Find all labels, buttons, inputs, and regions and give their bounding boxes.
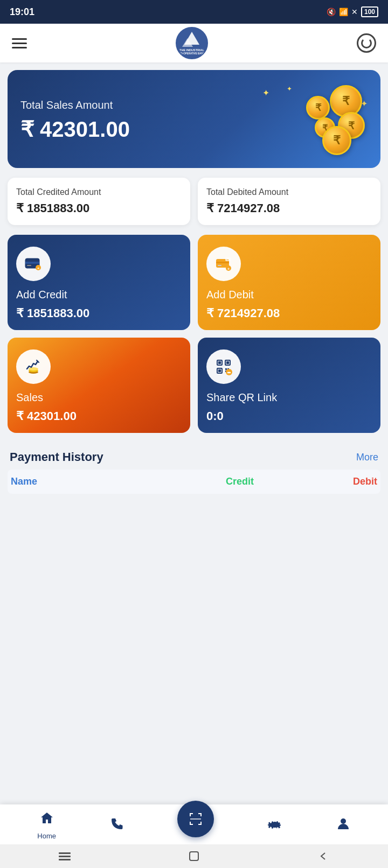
android-back-btn[interactable] — [316, 849, 331, 864]
android-nav-bar — [0, 844, 388, 868]
svg-text:CO-OPERATIVE BANK: CO-OPERATIVE BANK — [179, 52, 205, 55]
wifi-icon: 📶 — [339, 8, 348, 16]
credit-icon-circle: + — [16, 247, 51, 281]
coins-graphic: ✦ ✦ ✦ ₹ ₹ ₹ ₹ ₹ — [260, 85, 368, 155]
coin-5: ₹ — [322, 126, 351, 155]
payment-history-title: Payment History — [10, 450, 103, 464]
sales-label: Total Sales Amount — [20, 99, 130, 111]
share-qr-value: 0:0 — [206, 409, 224, 423]
svg-rect-45 — [190, 852, 198, 860]
svg-rect-23 — [226, 361, 229, 364]
mute-icon: 🔇 — [327, 8, 336, 16]
svg-rect-33 — [190, 813, 191, 816]
sparkle-3: ✦ — [287, 85, 292, 93]
add-debit-card[interactable]: + - Add Debit ₹ 7214927.08 — [198, 235, 380, 330]
person-icon — [336, 816, 351, 835]
credited-amount-card: Total Credited Amount ₹ 1851883.00 — [8, 178, 190, 225]
share-qr-card[interactable]: Share QR Link 0:0 — [198, 338, 380, 433]
svg-text:+: + — [227, 267, 230, 271]
col-debit-header: Debit — [286, 476, 377, 487]
credited-value: ₹ 1851883.00 — [16, 201, 182, 215]
debited-value: ₹ 7214927.08 — [206, 201, 372, 215]
nav-scan-button[interactable] — [177, 801, 214, 837]
coin-2: ₹ — [306, 96, 330, 120]
add-credit-title: Add Credit — [16, 289, 67, 301]
sales-text: Total Sales Amount ₹ 42301.00 — [20, 99, 130, 142]
col-name-header: Name — [11, 476, 194, 487]
sparkle-1: ✦ — [262, 88, 269, 98]
svg-rect-44 — [59, 859, 71, 860]
add-debit-title: Add Debit — [206, 289, 254, 301]
nav-settings[interactable] — [267, 816, 282, 835]
svg-rect-39 — [200, 822, 202, 825]
debited-label: Total Debited Amount — [206, 187, 372, 197]
nav-home[interactable]: Home — [37, 811, 56, 840]
header: THE INDUSTRIAL CO-OPERATIVE BANK — [0, 24, 388, 62]
android-home-btn[interactable] — [186, 849, 202, 864]
sales-title: Sales — [16, 391, 43, 404]
main-content: Total Sales Amount ₹ 42301.00 ✦ ✦ ✦ ₹ ₹ … — [0, 62, 388, 494]
nav-home-label: Home — [37, 832, 56, 840]
sales-amount: ₹ 42301.00 — [20, 117, 130, 142]
payment-history-section: Payment History More Name Credit Debit — [8, 443, 380, 494]
credited-label: Total Credited Amount — [16, 187, 182, 197]
share-qr-title: Share QR Link — [206, 391, 277, 404]
add-credit-card[interactable]: + Add Credit ₹ 1851883.00 — [8, 235, 190, 330]
payment-header: Payment History More — [8, 445, 380, 470]
phone-icon — [109, 816, 124, 835]
svg-point-19 — [29, 367, 38, 370]
status-icons: 🔇 📶 ✕ 100 — [327, 6, 378, 17]
bottom-nav: Home — [0, 804, 388, 844]
svg-rect-11 — [216, 262, 229, 263]
sales-card-amount: ₹ 42301.00 — [16, 409, 77, 423]
svg-rect-6 — [25, 262, 39, 264]
svg-rect-35 — [200, 813, 202, 816]
signal-icon: ✕ — [351, 8, 358, 16]
home-icon — [39, 811, 54, 830]
svg-rect-37 — [190, 822, 191, 825]
gear-icon — [267, 816, 282, 835]
svg-rect-26 — [225, 368, 227, 370]
payment-table-header: Name Credit Debit — [8, 470, 380, 494]
android-menu-btn[interactable] — [57, 849, 72, 864]
status-bar: 19:01 🔇 📶 ✕ 100 — [0, 0, 388, 24]
battery-indicator: 100 — [361, 6, 378, 17]
app-logo: THE INDUSTRIAL CO-OPERATIVE BANK — [176, 27, 208, 59]
menu-button[interactable] — [12, 38, 27, 48]
power-button[interactable] — [357, 33, 376, 53]
add-credit-amount: ₹ 1851883.00 — [16, 306, 89, 320]
sales-icon-circle — [16, 349, 51, 384]
col-credit-header: Credit — [194, 476, 286, 487]
svg-rect-43 — [59, 856, 71, 857]
action-grid: + Add Credit ₹ 1851883.00 + - Add Debit — [8, 235, 380, 433]
svg-text:+: + — [37, 267, 39, 270]
svg-rect-42 — [59, 852, 71, 854]
svg-text:THE INDUSTRIAL: THE INDUSTRIAL — [179, 48, 204, 52]
sales-card[interactable]: Sales ₹ 42301.00 — [8, 338, 190, 433]
status-time: 19:01 — [10, 6, 34, 18]
svg-rect-7 — [27, 265, 31, 266]
nav-call[interactable] — [109, 816, 124, 835]
debit-icon-circle: + - — [206, 247, 241, 281]
svg-rect-25 — [218, 369, 221, 372]
logo-text: THE INDUSTRIAL CO-OPERATIVE BANK — [177, 27, 207, 59]
sales-banner: Total Sales Amount ₹ 42301.00 ✦ ✦ ✦ ₹ ₹ … — [8, 70, 380, 168]
svg-point-41 — [341, 818, 346, 824]
debited-amount-card: Total Debited Amount ₹ 7214927.08 — [198, 178, 380, 225]
svg-rect-12 — [218, 265, 221, 266]
svg-rect-40 — [190, 818, 201, 820]
qr-icon-circle — [206, 349, 241, 384]
amount-cards-row: Total Credited Amount ₹ 1851883.00 Total… — [8, 178, 380, 225]
payment-more-button[interactable]: More — [356, 452, 378, 463]
add-debit-amount: ₹ 7214927.08 — [206, 306, 280, 320]
svg-rect-21 — [218, 361, 221, 364]
nav-profile[interactable] — [336, 816, 351, 835]
